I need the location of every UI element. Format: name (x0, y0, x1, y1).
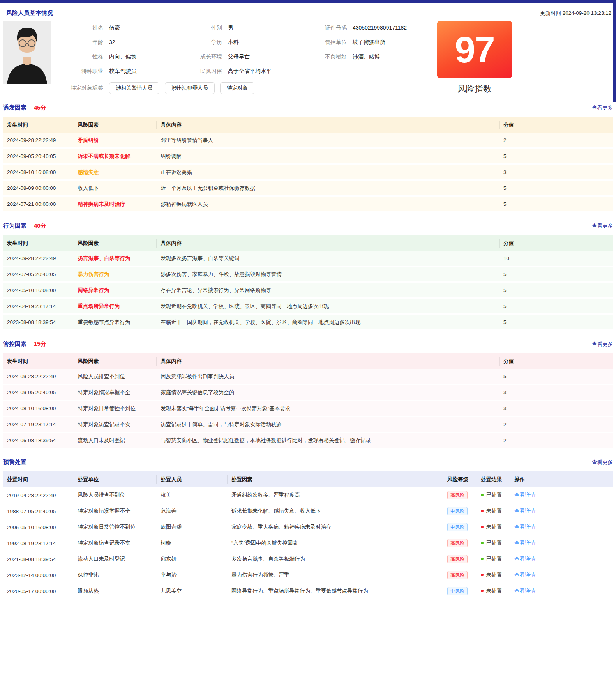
cell-time: 2024-06-08 18:39:54 (3, 433, 74, 449)
cell-risk-level: 高风险 (443, 535, 477, 551)
risk-level-badge: 高风险 (447, 491, 468, 499)
cell-time: 2024-08-09 00:00:00 (3, 181, 74, 197)
cell-score: 5 (500, 181, 613, 197)
cell-unit: 风险人员排查不到位 (74, 487, 157, 503)
cell-score: 3 (500, 165, 613, 181)
cell-factor: 流动人口未及时登记 (74, 433, 157, 449)
update-time-label: 更新时间 (540, 10, 561, 16)
view-detail-link[interactable]: 查看详情 (514, 540, 535, 546)
cell-factor: 重点场所异常行为 (74, 299, 157, 315)
section-header: 预警处置 查看更多 (3, 459, 613, 466)
risk-level-badge: 中风险 (447, 523, 468, 531)
cell-factor: 特定对象访查记录不实 (74, 417, 157, 433)
risk-level-badge: 中风险 (447, 587, 468, 595)
disposal-row: 2021-08-08 18:39:54流动人口未及时登记邱东妍多次扬言滋事、自杀… (3, 551, 613, 567)
view-detail-link[interactable]: 查看详情 (514, 492, 535, 498)
cell-factor: 诉求长期未化解、感情失意、收入低下 (228, 503, 443, 519)
factor-label: 风险人员排查不到位 (78, 374, 125, 379)
cell-content: 家庭情况等关键信息字段为空的 (157, 385, 500, 401)
cell-unit: 特定对象访查记录不实 (74, 535, 157, 551)
column-header: 分值 (500, 353, 613, 369)
main-content: 风险人员基本情况 更新时间 2024-09-20 13:23:12 姓名伍豪性别… (0, 0, 616, 599)
column-header: 处置单位 (74, 471, 157, 487)
column-header: 处置结果 (477, 471, 510, 487)
view-detail-link[interactable]: 查看详情 (514, 556, 535, 562)
cell-content: 涉多次伤害、家庭暴力、斗殴、故意损毁财物等警情 (157, 267, 500, 283)
disposal-row: 2023-12-14 00:00:00保律非比率与治暴力伤害行为频繁、严重高风险… (3, 567, 613, 583)
cell-content: 在临近十一国庆期间，在党政机关、学校、医院、景区、商圈等同一地点周边多次出现 (157, 315, 500, 331)
cell-time: 2024-08-10 16:08:00 (3, 401, 74, 417)
view-detail-link[interactable]: 查看详情 (514, 508, 535, 514)
cell-time: 2023-08-08 18:39:54 (3, 315, 74, 331)
risk-score-label: 风险指数 (437, 83, 512, 95)
cell-time: 2024-09-28 22:22:49 (3, 369, 74, 385)
cell-time: 2006-05-10 16:08:00 (3, 519, 74, 535)
page-title: 风险人员基本情况 (6, 9, 53, 17)
cell-person: 邱东妍 (157, 551, 228, 567)
cell-time: 2021-08-08 18:39:54 (3, 551, 74, 567)
cell-factor: 暴力伤害行为频繁、严重 (228, 567, 443, 583)
field-value: 430502199809171182 (353, 24, 407, 32)
cell-content: 存在异常言论、异常搜索行为、异常网络购物等 (157, 283, 500, 299)
section-control-factors: 管控因素 15分 查看更多 发生时间风险因素具体内容分值 2024-09-28 … (3, 340, 613, 449)
cell-time: 2019-04-28 22:22:49 (3, 487, 74, 503)
cell-result: 未处置 (477, 583, 510, 599)
scrollbar-thumb[interactable] (613, 0, 616, 102)
view-more-link[interactable]: 查看更多 (592, 459, 613, 466)
cell-factor: 网络异常行为 (74, 283, 157, 299)
field-label: 证件号码 (305, 24, 347, 32)
section-header: 诱发因素 45分 查看更多 (3, 104, 613, 112)
cell-action: 查看详情 (510, 567, 613, 583)
cell-risk-level: 中风险 (443, 583, 477, 599)
profile-photo (3, 21, 51, 84)
update-time-value: 2024-09-20 13:23:12 (563, 10, 611, 16)
field-value: 父母早亡 (228, 53, 250, 60)
cell-factor: 风险人员排查不到位 (74, 369, 157, 385)
view-more-link[interactable]: 查看更多 (592, 341, 613, 348)
cell-unit: 流动人口未及时登记 (74, 551, 157, 567)
cell-time: 1988-07-05 21:40:05 (3, 503, 74, 519)
column-header: 风险因素 (74, 353, 157, 369)
field-label: 姓名 (61, 24, 103, 32)
view-detail-link[interactable]: 查看详情 (514, 572, 535, 578)
factor-row: 2024-08-10 16:08:00感情失意正在诉讼离婚3 (3, 165, 613, 181)
view-more-link[interactable]: 查看更多 (592, 223, 613, 230)
cell-score: 2 (500, 133, 613, 149)
field-label: 民风习俗 (180, 67, 222, 75)
column-header: 发生时间 (3, 353, 74, 369)
view-detail-link[interactable]: 查看详情 (514, 524, 535, 530)
status-dot-icon (481, 558, 484, 560)
cell-content: 因故意犯罪被作出刑事判决人员 (157, 369, 500, 385)
control-factors-table: 发生时间风险因素具体内容分值 2024-09-28 22:22:49风险人员排查… (3, 353, 613, 449)
field-value: 坡子街派出所 (353, 38, 385, 46)
factor-row: 2024-09-05 20:40:05诉求不满或长期未化解纠纷调解5 (3, 149, 613, 165)
field-value: 本科 (228, 38, 239, 46)
view-more-link[interactable]: 查看更多 (592, 104, 613, 112)
cell-time: 2024-09-28 22:22:49 (3, 251, 74, 267)
section-title: 预警处置 (3, 459, 26, 466)
cell-person: 柯晓 (157, 535, 228, 551)
tag-pill: 特定对象 (220, 82, 254, 94)
cell-content: 正在诉讼离婚 (157, 165, 500, 181)
factor-label: 暴力伤害行为 (78, 271, 109, 277)
field-value: 男 (228, 24, 233, 32)
cell-content: 访查记录过于简单、雷同，与特定对象实际活动轨迹 (157, 417, 500, 433)
column-header: 具体内容 (157, 235, 500, 251)
cell-time: 2024-05-10 16:08:00 (3, 283, 74, 299)
status-dot-icon (481, 590, 484, 592)
cell-time: 2024-04-19 23:17:14 (3, 299, 74, 315)
factor-row: 2024-09-28 22:22:49矛盾纠纷邻里等纠纷警情当事人2 (3, 133, 613, 149)
section-induce-factors: 诱发因素 45分 查看更多 发生时间风险因素具体内容分值 2024-09-28 … (3, 104, 613, 213)
factor-label: 精神疾病未及时治疗 (78, 201, 125, 207)
profile-field: 性格内向、偏执 (61, 53, 180, 60)
cell-unit: 特定对象情况掌握不全 (74, 503, 157, 519)
column-header: 风险因素 (74, 235, 157, 251)
cell-time: 2024-09-05 20:40:05 (3, 385, 74, 401)
field-label: 性别 (180, 24, 222, 32)
risk-score-card: 97 (437, 21, 512, 78)
field-label: 学历 (180, 38, 222, 46)
column-header: 处置人员 (157, 471, 228, 487)
view-detail-link[interactable]: 查看详情 (514, 588, 535, 594)
cell-time: 2024-07-05 20:40:05 (3, 267, 74, 283)
cell-content: 与智慧安防小区、物业登记居住数据，本地社保数据进行比对，发现有相关登记、缴存记录 (157, 433, 500, 449)
